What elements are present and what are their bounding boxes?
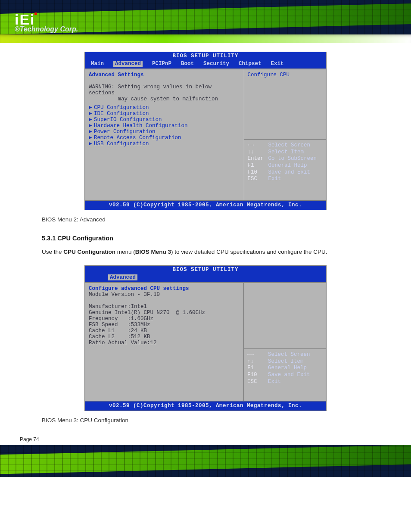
bios-section-heading: Advanced Settings — [89, 72, 240, 78]
tab-advanced[interactable]: Advanced — [108, 274, 137, 280]
tab-boot[interactable]: Boot — [181, 61, 194, 67]
page-content: BIOS SETUP UTILITY Main Advanced PCIPnP … — [42, 52, 369, 423]
item-cpu-configuration[interactable]: ►CPU Configuration — [89, 105, 240, 111]
bios-title: BIOS SETUP UTILITY — [85, 52, 326, 60]
section-heading: 5.3.1 CPU Configuration — [42, 235, 369, 242]
bios-left-pane: Configure advanced CPU settings Module V… — [85, 283, 243, 401]
figure-caption-2: BIOS Menu 3: CPU Configuration — [42, 417, 369, 423]
bios-right-pane: Configure CPU ←→Select Screen ↑↓Select I… — [244, 69, 326, 201]
bios-screenshot-advanced: BIOS SETUP UTILITY Main Advanced PCIPnP … — [84, 52, 327, 210]
bios-help-text: Configure CPU — [244, 69, 326, 140]
logo-text: iEi — [15, 11, 78, 28]
bios-statusbar: v02.59 (C)Copyright 1985-2005, American … — [85, 201, 326, 210]
cpu-line-2: Frequency :1.60GHz — [89, 316, 240, 322]
cpu-line-1: Genuine Intel(R) CPU N270 @ 1.60GHz — [89, 310, 240, 316]
tab-advanced[interactable]: Advanced — [113, 61, 143, 67]
page-footer-graphic — [0, 445, 411, 477]
bios-statusbar: v02.59 (C)Copyright 1985-2005, American … — [85, 401, 326, 411]
tab-pcipnp[interactable]: PCIPnP — [152, 61, 171, 67]
item-remote-access-configuration[interactable]: ►Remote Access Configuration — [89, 135, 240, 141]
bios-help-text — [244, 283, 326, 349]
cpu-line-5: Cache L1 :24 KB — [89, 328, 240, 334]
cpu-module-version: Module Version - 3F.10 — [89, 292, 240, 298]
tab-main[interactable]: Main — [91, 61, 104, 67]
cpu-line-0: Manufacturer:Intel — [89, 304, 240, 310]
bios-title: BIOS SETUP UTILITY — [85, 266, 326, 274]
bios-right-pane: ←→Select Screen ↑↓Select Item F1General … — [243, 283, 326, 401]
bios-section-heading: Configure advanced CPU settings — [89, 286, 240, 292]
tab-security[interactable]: Security — [203, 61, 229, 67]
tab-exit[interactable]: Exit — [271, 61, 284, 67]
tab-chipset[interactable]: Chipset — [239, 61, 262, 67]
body-paragraph: Use the CPU Configuration menu (BIOS Men… — [42, 246, 369, 258]
figure-caption-1: BIOS Menu 2: Advanced — [42, 216, 369, 223]
item-hardware-health-configuration[interactable]: ►Hardware Health Configuration — [89, 123, 240, 129]
page-number: Page 74 — [20, 436, 411, 442]
bios-submenu-list: ►CPU Configuration ►IDE Configuration ►S… — [89, 105, 240, 147]
bios-menubar: Main Advanced PCIPnP Boot Security Chips… — [85, 60, 326, 68]
item-superio-configuration[interactable]: ►SuperIO Configuration — [89, 117, 240, 123]
bios-menubar: Advanced — [85, 274, 326, 282]
cpu-line-6: Cache L2 :512 KB — [89, 334, 240, 340]
bios-screenshot-cpu: BIOS SETUP UTILITY Advanced Configure ad… — [84, 265, 327, 411]
bios-key-legend: ←→Select Screen ↑↓Select Item F1General … — [244, 349, 326, 389]
bios-left-pane: Advanced Settings WARNING: Setting wrong… — [85, 69, 244, 201]
bios-warning-line2: may cause system to malfunction — [89, 96, 240, 102]
item-ide-configuration[interactable]: ►IDE Configuration — [89, 111, 240, 117]
cpu-line-8: Ratio Actual Value:12 — [89, 340, 240, 346]
cpu-line-3: FSB Speed :533MHz — [89, 322, 240, 328]
bios-key-legend: ←→Select Screen ↑↓Select Item EnterGo to… — [244, 140, 326, 186]
logo-block: iEi ®Technology Corp. — [15, 11, 78, 33]
item-power-configuration[interactable]: ►Power Configuration — [89, 129, 240, 135]
bios-warning-line1: WARNING: Setting wrong values in below s… — [89, 84, 240, 96]
page-header-graphic: iEi ®Technology Corp. — [0, 0, 411, 34]
header-accent-strip — [0, 34, 411, 43]
item-usb-configuration[interactable]: ►USB Configuration — [89, 141, 240, 147]
